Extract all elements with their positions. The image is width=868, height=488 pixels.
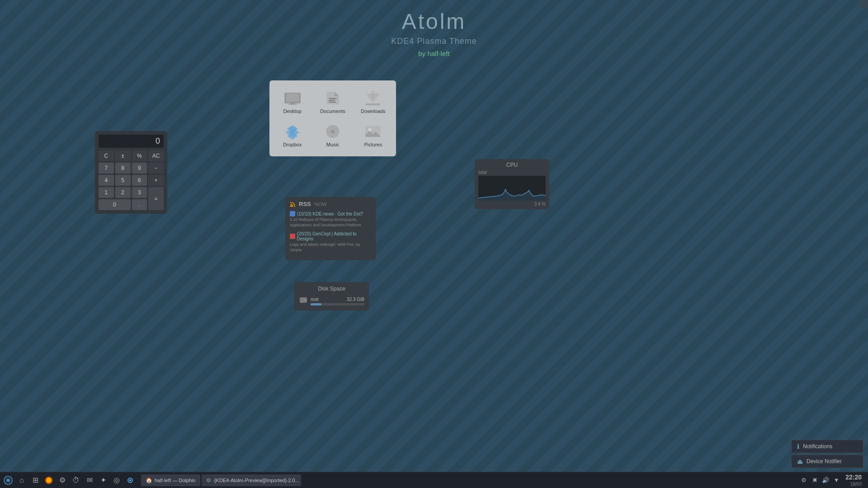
calc-btn-1[interactable]: 1 — [99, 187, 114, 198]
folder-item-documents[interactable]: Documents — [314, 87, 351, 117]
taskbar-firefox[interactable] — [42, 474, 55, 487]
taskbar-twitter[interactable]: ✦ — [97, 474, 109, 487]
folder-item-dropbox[interactable]: Dropbox — [274, 120, 311, 150]
disk-bar-bg — [311, 303, 364, 305]
device-notifier-icon: ⏏ — [797, 458, 803, 465]
rss-icon — [290, 201, 296, 207]
dropbox-label: Dropbox — [283, 142, 302, 147]
svg-point-18 — [368, 128, 372, 131]
rss-item-2[interactable]: (20/20) GenCept | Addicted to Designs Lo… — [290, 231, 371, 253]
disk-drive-icon — [299, 296, 308, 307]
calc-btn-8[interactable]: 8 — [115, 163, 131, 174]
taskbar-app-grid[interactable]: ⊞ — [29, 474, 42, 487]
calc-btn-9[interactable]: 9 — [132, 163, 147, 174]
tray-settings[interactable]: ⚙ — [799, 476, 808, 485]
disk-info: root 32.3 GiB — [311, 297, 364, 305]
rss-item-1[interactable]: (10/10) KDE.news · Got the Dot? 4.10 Rel… — [290, 211, 371, 228]
kde-preview-win-icon: ⚙ — [206, 477, 211, 483]
calc-btn-c[interactable]: C — [99, 150, 114, 161]
theme-title: Atolm — [0, 9, 868, 34]
taskbar-kde-menu[interactable] — [2, 474, 14, 487]
music-icon — [323, 123, 343, 140]
device-notifier-label: Device Notifier — [807, 458, 842, 465]
taskbar-window-kde-preview[interactable]: ⚙ ·[KDE4-Atolm-Preview][Imported]-2.0... — [202, 474, 301, 486]
taskbar-chat[interactable]: ✉ — [83, 474, 96, 487]
rss-item-1-title: (10/10) KDE.news · Got the Dot? — [297, 211, 363, 216]
taskbar-eye[interactable]: ◎ — [110, 474, 123, 487]
calc-btn-4[interactable]: 4 — [99, 175, 114, 186]
taskbar-clock[interactable]: 22:20 18/03 — [843, 473, 864, 487]
svg-rect-6 — [329, 102, 336, 103]
svg-rect-1 — [286, 94, 299, 102]
clock-date: 18/03 — [845, 481, 862, 487]
svg-rect-4 — [329, 98, 337, 99]
corner-button[interactable] — [860, 0, 868, 8]
rss-title: RSS — [299, 201, 311, 207]
disk-name-row: root 32.3 GiB — [311, 297, 364, 302]
notifications-label: Notifications — [803, 443, 832, 450]
taskbar-home[interactable]: ⌂ — [15, 474, 28, 487]
svg-rect-8 — [366, 103, 380, 105]
calc-display: 0 — [99, 135, 164, 148]
svg-point-19 — [290, 205, 292, 207]
dolphin-win-title: half-left — Dolphin — [155, 478, 196, 483]
desktop-label: Desktop — [283, 108, 301, 114]
disk-row: root 32.3 GiB — [299, 296, 364, 307]
taskbar-settings[interactable]: ⚙ — [56, 474, 69, 487]
rss-item-2-desc: Logo and labels redesign: Wild Fire, by … — [290, 242, 371, 253]
calc-btn-percent[interactable]: % — [132, 150, 147, 161]
pictures-icon — [363, 123, 383, 140]
desktop-title-area: Atolm KDE4 Plasma Theme by half-left — [0, 9, 868, 57]
taskbar-right: ⚙ ✖ 🔊 ▼ 22:20 18/03 — [796, 473, 868, 487]
rss-widget: RSS NOW (10/10) KDE.news · Got the Dot? … — [285, 197, 376, 260]
calc-btn-0[interactable]: 0 — [99, 199, 131, 210]
folder-item-downloads[interactable]: Downloads — [355, 87, 392, 117]
calc-btn-2[interactable]: 2 — [115, 187, 131, 198]
calc-btn-minus[interactable]: − — [148, 163, 164, 174]
svg-point-21 — [305, 299, 307, 301]
calc-btn-plus[interactable]: + — [148, 175, 164, 186]
calc-btn-3[interactable]: 3 — [132, 187, 147, 198]
music-label: Music — [326, 142, 340, 147]
rss-item-1-desc: 4.10 Release of Plasma Workspaces, Appli… — [290, 217, 371, 228]
calc-btn-5[interactable]: 5 — [115, 175, 131, 186]
notifications-btn[interactable]: ℹ Notifications — [791, 440, 863, 453]
calc-btn-7[interactable]: 7 — [99, 163, 114, 174]
svg-rect-22 — [301, 302, 302, 303]
calc-btn-equals[interactable]: = — [148, 187, 164, 210]
theme-subtitle: KDE4 Plasma Theme — [0, 37, 868, 46]
calc-btn-6[interactable]: 6 — [132, 175, 147, 186]
calc-btn-ac[interactable]: AC — [148, 150, 164, 161]
svg-rect-7 — [371, 91, 375, 99]
svg-point-30 — [129, 479, 131, 481]
device-notifier-btn[interactable]: ⏏ Device Notifier — [791, 455, 863, 468]
pictures-label: Pictures — [364, 142, 382, 147]
folder-item-desktop[interactable]: Desktop — [274, 87, 311, 117]
cpu-total-label: total — [478, 170, 546, 175]
svg-point-25 — [7, 479, 9, 481]
tray-arrow[interactable]: ▼ — [832, 476, 841, 485]
clock-time: 22:20 — [845, 473, 862, 481]
dropbox-icon — [283, 123, 302, 140]
calc-buttons: C ± % AC 7 8 9 − 4 5 6 + 1 2 3 = 0 . — [99, 150, 164, 210]
disk-space-widget: Disk Space root 32.3 GiB — [294, 282, 369, 310]
folder-item-music[interactable]: Music — [314, 120, 351, 150]
cpu-widget: CPU total 3.4 % — [475, 159, 549, 209]
svg-point-15 — [331, 130, 335, 133]
rss-gen-icon — [290, 234, 295, 239]
rss-kde-icon — [290, 211, 295, 216]
folder-item-pictures[interactable]: Pictures — [355, 120, 392, 150]
cpu-title: CPU — [478, 162, 546, 168]
taskbar-clock-widget[interactable]: ⏱ — [70, 474, 82, 487]
rss-item-2-header: (20/20) GenCept | Addicted to Designs — [290, 231, 371, 241]
documents-label: Documents — [320, 108, 345, 114]
calc-btn-dot[interactable]: . — [132, 199, 147, 210]
tray-volume[interactable]: 🔊 — [821, 476, 830, 485]
taskbar-steam[interactable] — [124, 474, 137, 487]
folder-widget: Desktop Documents Downloads — [269, 80, 396, 156]
taskbar-window-dolphin[interactable]: 🏠 half-left — Dolphin — [141, 474, 200, 486]
tray-close[interactable]: ✖ — [810, 476, 819, 485]
rss-item-1-header: (10/10) KDE.news · Got the Dot? — [290, 211, 371, 216]
calc-btn-plus-minus[interactable]: ± — [115, 150, 131, 161]
desktop-icon — [283, 89, 302, 107]
